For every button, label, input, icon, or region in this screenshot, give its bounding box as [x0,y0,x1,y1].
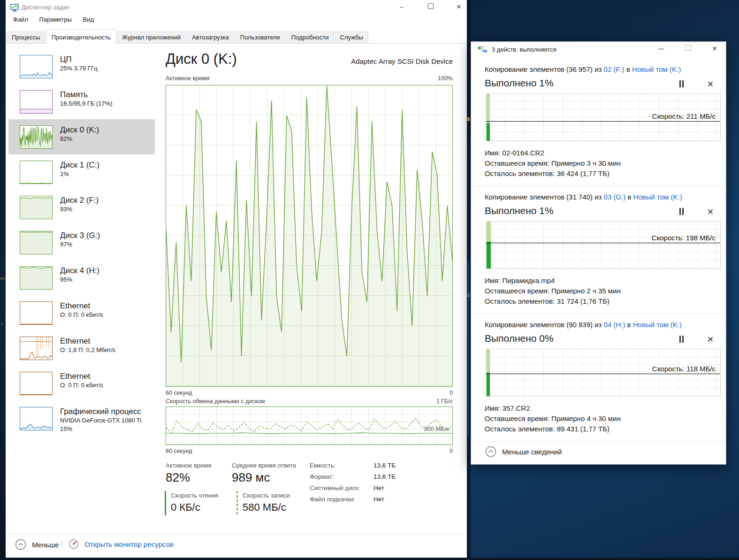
speed-baseline [486,121,720,122]
stat-response-label: Среднее время ответа [232,462,296,469]
job3-speed-chart: Скорость: 118 МБ/с [486,349,721,397]
throughput-axis-label: Скорость обмена данными с диском [166,398,265,405]
job2-cancel-button[interactable]: ✕ [707,208,714,216]
time-axis-right: 0 [449,448,453,454]
time-axis-left: 60 секунд [166,390,192,396]
disk4-mini-chart [20,266,53,290]
open-resource-monitor-link[interactable]: Открыть монитор ресурсов [69,539,174,549]
ethernet2-mini-chart [20,337,53,360]
dialog-close-button[interactable]: ✕ [704,42,725,56]
sidebar-item-value: 25% 3,79 ГГц [60,64,98,73]
job1-speed-chart: Скорость: 211 МБ/с [486,93,721,141]
job1-details: Имя: 02-0164.CR2 Оставшееся время: Приме… [485,148,621,179]
collapse-details-label: Меньше [32,541,59,549]
sidebar-item-cpu[interactable]: ЦП25% 3,79 ГГц [8,49,155,84]
job-source-link[interactable]: 04 (H:) [604,321,625,329]
job-items-remaining: Осталось элементов: 89 431 (1,77 ТБ) [485,424,621,434]
tab-strip: Процессы Производительность Журнал прило… [7,28,467,44]
job3-header: Копирование элементов (90 839) из 04 (H:… [485,321,682,329]
sidebar-item-title: Память [60,90,113,100]
dialog-minimize-button[interactable]: — [651,42,671,56]
job3-details: Имя: 357.CR2 Оставшееся время: Примерно … [485,403,621,434]
job-source-link[interactable]: 02 (F:) [604,65,625,73]
prop-pagefile-key: Файл подкачки: [310,496,355,503]
job-destination-link[interactable]: Новый том (K:) [633,193,682,201]
menu-file[interactable]: Файл [13,16,28,23]
desktop-fragment [468,263,469,437]
progress-column [487,373,490,396]
job-source-link[interactable]: 03 (G:) [604,193,626,201]
sidebar-item-value2: 15% [60,425,141,433]
sidebar-item-value: О: 1,8 П: 0,2 Мбит/с [60,346,116,354]
device-name: Adaptec Array SCSI Disk Device [351,57,453,65]
sidebar-item-ethernet2[interactable]: EthernetО: 1,8 П: 0,2 Мбит/с [8,330,155,366]
sidebar-item-disk1[interactable]: Диск 1 (C:)1% [8,154,155,190]
tab-users[interactable]: Пользователи [235,31,285,43]
progress-column [487,123,490,141]
menu-view[interactable]: Вид [83,16,94,23]
footer-divider: | [61,540,63,548]
job-destination-link[interactable]: Новый том (K:) [632,65,681,73]
job-time-remaining: Оставшееся время: Примерно 3 ч 30 мин [485,158,621,169]
tab-app-history[interactable]: Журнал приложений [117,31,186,43]
job-header-text: Копирование элементов (90 839) из [485,321,602,329]
sidebar-item-title: Диск 2 (F:) [60,196,99,205]
tab-details[interactable]: Подробности [286,31,334,43]
job1-cancel-button[interactable]: ✕ [707,80,714,88]
maximize-button[interactable] [420,0,442,14]
stat-write-value: 580 МБ/с [243,501,286,514]
job1-pause-button[interactable] [679,80,684,87]
job2-pause-button[interactable] [679,208,684,215]
gpu-mini-chart [20,407,53,430]
job-header-text: в [627,193,631,201]
sidebar-item-disk0[interactable]: Диск 0 (K:)82% [8,119,155,154]
sidebar-item-ethernet3[interactable]: EthernetО: 0 П: 0 кбит/с [8,366,155,401]
footer-separator [6,534,467,534]
job-header-text: в [627,321,631,329]
sidebar-item-value: NVIDIA GeForce GTX 1080 Ti [60,416,141,425]
sidebar-item-title: Диск 0 (K:) [60,125,99,135]
sidebar-item-disk4[interactable]: Диск 4 (H:)95% [8,260,155,295]
job1-header: Копирование элементов (36 957) из 02 (F:… [485,65,681,73]
sidebar-item-value: 97% [60,240,100,249]
sidebar-item-title: Ethernet [60,372,103,381]
job3-pause-button[interactable] [679,336,684,343]
stat-read-value: 0 КБ/с [171,501,200,514]
desktop-icon-label-fragment: к [1,321,3,326]
throughput-axis-max: 1 ГБ/с [436,398,453,405]
job1-speed-label: Скорость: 211 МБ/с [652,112,716,120]
sidebar-item-gpu[interactable]: Графический процесс NVIDIA GeForce GTX 1… [8,401,155,445]
copy-progress-icon [478,46,488,53]
tab-services[interactable]: Службы [335,31,368,43]
sidebar-item-disk2[interactable]: Диск 2 (F:)93% [8,190,155,225]
sidebar-item-title: Диск 1 (C:) [60,161,99,170]
ethernet3-mini-chart [20,372,53,395]
job3-cancel-button[interactable]: ✕ [707,336,714,344]
bottom-edge-strip [0,558,739,560]
tab-startup[interactable]: Автозагрузка [187,31,234,43]
collapse-details-button[interactable]: Меньше [15,539,59,550]
memory-mini-chart [20,90,53,114]
sidebar-item-memory[interactable]: Память16,5/95,9 ГБ (17%) [8,84,155,119]
menu-options[interactable]: Параметры [39,16,72,23]
dialog-maximize-button[interactable] [678,42,699,56]
sidebar-item-disk3[interactable]: Диск 3 (G:)97% [8,225,155,260]
job-time-remaining: Оставшееся время: Примерно 4 ч 30 мин [485,414,621,424]
job-file-name: Имя: 02-0164.CR2 [485,148,621,158]
job-header-text: Копирование элементов (31 740) из [485,193,602,201]
time-axis-right: 0 [449,390,453,396]
disk1-mini-chart [20,161,53,184]
sidebar-item-ethernet1[interactable]: EthernetО: 0 П: 0 кбит/с [8,295,155,330]
job-time-remaining: Оставшееся время: Примерно 2 ч 35 мин [485,286,621,296]
tab-performance[interactable]: Производительность [46,29,116,44]
sidebar-item-value: 82% [60,135,99,143]
job2-speed-chart: Скорость: 198 МБ/с [486,221,721,269]
sidebar-item-value: О: 0 П: 0 кбит/с [60,381,103,390]
fewer-details-button[interactable]: Меньше сведений [485,446,562,457]
tab-processes[interactable]: Процессы [7,31,46,43]
minimize-button[interactable]: – [391,0,412,14]
resource-monitor-gauge-icon [69,539,79,549]
cpu-mini-chart [20,55,53,78]
job-destination-link[interactable]: Новый том (K:) [633,321,682,329]
resource-monitor-label: Открыть монитор ресурсов [84,540,174,548]
